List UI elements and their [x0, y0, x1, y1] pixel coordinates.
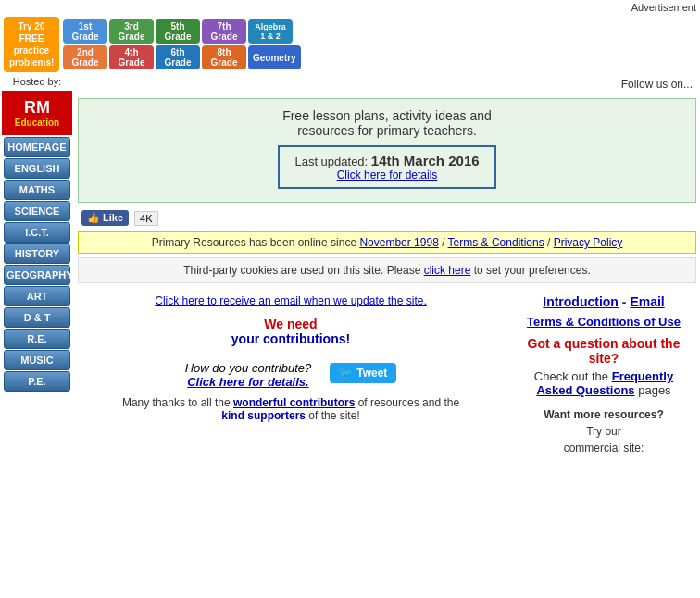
email-link[interactable]: Email [630, 294, 664, 309]
of-resources-text: of resources and the [358, 396, 459, 409]
want-more-block: Want more resources? Try our commercial … [519, 406, 689, 456]
grade-3-btn[interactable]: 3rdGrade [109, 19, 154, 44]
of-site-text: of the site! [308, 409, 359, 422]
tweet-button[interactable]: 🐦 Tweet [330, 363, 396, 383]
cookie-pref-text: to set your preferences. [474, 264, 591, 277]
many-thanks-text: Many thanks to all the [122, 396, 231, 409]
fb-bar: 👍 Like 4K [74, 206, 700, 230]
nav-history[interactable]: HISTORY [4, 243, 70, 264]
free-lesson-line1: Free lesson plans, activity ideas and [282, 108, 492, 123]
tweet-label: Tweet [356, 367, 387, 380]
nav-dt[interactable]: D & T [4, 307, 70, 328]
nav-art[interactable]: ART [4, 286, 70, 306]
bottom-section: Click here to receive an email when we u… [78, 287, 696, 464]
grade-6-btn[interactable]: 6thGrade [156, 45, 200, 69]
bottom-left: Click here to receive an email when we u… [78, 287, 504, 464]
grade-geo-btn[interactable]: Geometry [248, 45, 301, 69]
dash-separator: - [622, 294, 627, 309]
ad-label: Advertisement [631, 2, 696, 13]
email-update-link[interactable]: Click here to receive an email when we u… [85, 294, 496, 307]
ixl-banner: Try 20 FREE practice problems! 1stGrade … [0, 15, 700, 74]
last-updated-box: Last updated: 14th March 2016 Click here… [278, 145, 495, 189]
grade-5-btn[interactable]: 5thGrade [156, 19, 200, 44]
terms-conditions-line: Terms & Conditions of Use [519, 315, 689, 329]
grade-alg-btn[interactable]: Algebra1 & 2 [248, 19, 293, 44]
cookie-bar: Third-party cookies are used on this sit… [78, 257, 696, 283]
click-details-link[interactable]: Click here for details [294, 168, 479, 181]
commercial-site-label: commercial site: [564, 442, 644, 455]
try-our-label: Try our [586, 425, 621, 438]
grade-1-btn[interactable]: 1stGrade [63, 19, 107, 44]
nav-science[interactable]: SCIENCE [4, 201, 70, 221]
pages-label: pages [638, 383, 670, 397]
free-lesson-text: Free lesson plans, activity ideas and re… [88, 108, 686, 138]
how-contribute-label: How do you contribute? [185, 361, 312, 375]
fb-like-btn[interactable]: 👍 Like [81, 210, 129, 226]
privacy-link[interactable]: Privacy Policy [554, 236, 623, 249]
your-contributions-label: your contributions! [85, 331, 496, 346]
ad-bar: Advertisement [0, 0, 700, 15]
click-details-link2[interactable]: Click here for details. [187, 375, 309, 389]
rm-logo: RM Education [2, 91, 72, 135]
free-lesson-line2: resources for primary teachers. [297, 123, 477, 138]
cookie-msg: Third-party cookies are used on this sit… [183, 264, 420, 277]
how-contribute-block: How do you contribute? Click here for de… [185, 354, 312, 389]
grade-4-btn[interactable]: 4thGrade [109, 45, 154, 69]
introduction-link[interactable]: Introduction [543, 294, 619, 309]
nav-english[interactable]: ENGLISH [4, 158, 70, 179]
nav-pe[interactable]: P.E. [4, 371, 70, 392]
nav-re[interactable]: R.E. [4, 329, 70, 349]
hosted-by-label: Hosted by: [0, 74, 74, 89]
many-thanks-block: Many thanks to all the wonderful contrib… [85, 396, 496, 422]
nav-ict[interactable]: I.C.T. [4, 222, 70, 243]
sidebar: Hosted by: RM Education HOMEPAGE ENGLISH… [0, 74, 74, 467]
nav-maths[interactable]: MATHS [4, 180, 70, 200]
check-out-text: Check out the Frequently Asked Questions… [519, 369, 689, 397]
grade-8-btn[interactable]: 8thGrade [202, 45, 246, 69]
fb-count: 4K [134, 211, 157, 226]
grade-row-bottom: 2ndGrade 4thGrade 6thGrade 8thGrade Geom… [63, 45, 301, 69]
november-1998-link[interactable]: November 1998 [359, 236, 438, 249]
got-question-text: Got a question about the site? [519, 336, 689, 366]
grade-2-btn[interactable]: 2ndGrade [63, 45, 107, 69]
online-since-bar: Primary Resources has been online since … [78, 231, 696, 254]
want-more-label: Want more resources? [544, 408, 664, 421]
wonderful-contributors-link[interactable]: wonderful contributors [233, 396, 355, 409]
online-since-text: Primary Resources has been online since [152, 236, 356, 249]
follow-us-text: Follow us on... [74, 74, 700, 94]
kind-supporters-text: kind supporters [221, 409, 306, 422]
content-box: Free lesson plans, activity ideas and re… [78, 98, 696, 203]
click-here-link[interactable]: click here [424, 264, 471, 277]
nav-homepage[interactable]: HOMEPAGE [4, 137, 70, 157]
grade-7-btn[interactable]: 7thGrade [202, 19, 246, 44]
ixl-try-label[interactable]: Try 20 FREE practice problems! [4, 17, 59, 72]
last-updated-label: Last updated: [294, 155, 368, 168]
terms-link[interactable]: Terms & Conditions [448, 236, 544, 249]
grade-row-top: 1stGrade 3rdGrade 5thGrade 7thGrade Alge… [63, 19, 301, 44]
nav-geography[interactable]: GEOGRAPHY [4, 265, 70, 285]
terms-conditions-link[interactable]: Terms & Conditions of Use [527, 315, 681, 329]
we-need-text: We need your contributions! [85, 317, 496, 346]
we-need-label: We need [85, 317, 496, 331]
main-layout: Hosted by: RM Education HOMEPAGE ENGLISH… [0, 74, 700, 467]
check-out-label: Check out the [534, 369, 608, 383]
last-updated-date: 14th March 2016 [371, 153, 480, 168]
intro-email-line: Introduction - Email [519, 294, 689, 309]
tweet-icon: 🐦 [339, 367, 353, 380]
main-content: Follow us on... Free lesson plans, activ… [74, 74, 700, 467]
nav-music[interactable]: MUSIC [4, 350, 70, 370]
bottom-right: Introduction - Email Terms & Conditions … [511, 287, 696, 464]
